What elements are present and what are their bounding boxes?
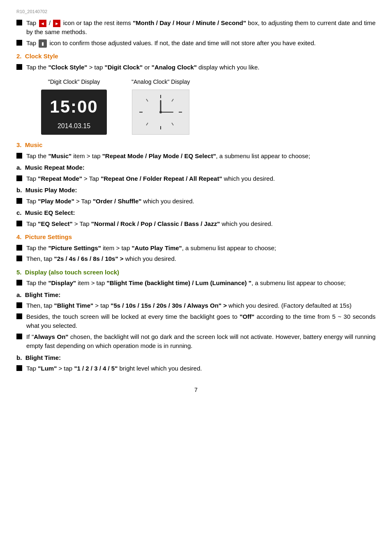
intro-bullet-1: Tap ◄ / ► icon or tap the rest items "Mo…: [16, 18, 376, 37]
s4-text-2: Then, tap "2s / 4s / 6s / 8s / 10s" > wh…: [26, 254, 376, 264]
s5a-text-3: If "Always On" chosen, the backlight wil…: [26, 332, 376, 351]
analog-clock-display: [132, 90, 189, 135]
s3c-bullet-icon: [16, 221, 22, 226]
s5a-title: a. Blight Time:: [16, 290, 376, 300]
s4-bullet-icon-2: [16, 256, 22, 261]
clock-displays-container: "Digit Clock" Display 15:00 2014.03.15 "…: [41, 78, 376, 135]
digit-clock-label: "Digit Clock" Display: [48, 78, 100, 86]
intro-text-1: Tap ◄ / ► icon or tap the rest items "Mo…: [26, 18, 376, 37]
left-arrow-icon: ◄: [39, 20, 46, 27]
s5b-bullet-1: Tap "Lum" > tap "1 / 2 / 3 / 4 / 5" brig…: [16, 364, 376, 373]
s3b-text: Tap "Play Mode" > Tap "Order / Shuffle" …: [26, 197, 376, 206]
analog-clock-label: "Analog Clock" Display: [131, 78, 190, 86]
svg-line-7: [172, 123, 173, 125]
section-picture-settings: 4. Picture Settings Tap the "Picture Set…: [16, 233, 376, 264]
s5a-bullet-icon-3: [16, 334, 22, 339]
s5b-text-1: Tap "Lum" > tap "1 / 2 / 3 / 4 / 5" brig…: [26, 364, 376, 373]
svg-line-5: [172, 99, 173, 101]
digit-clock-time: 15:00: [50, 94, 98, 120]
s5a-bullet-icon-1: [16, 302, 22, 308]
digit-clock-block: "Digit Clock" Display 15:00 2014.03.15: [41, 78, 107, 135]
digit-clock-display: 15:00 2014.03.15: [41, 90, 107, 135]
section3-title: 3. Music: [16, 140, 376, 150]
s3a-bullet-icon: [16, 175, 22, 181]
section-music: 3. Music Tap the "Music" item > tap "Rep…: [16, 140, 376, 228]
section4-title: 4. Picture Settings: [16, 233, 376, 242]
s3-bullet-icon: [16, 153, 22, 159]
s5a-text-2: Besides, the touch screen will be locked…: [26, 312, 376, 331]
s3c-text: Tap "EQ Select" > Tap "Normal / Rock / P…: [26, 219, 376, 229]
section5-title: 5. Display (also touch screen lock): [16, 268, 376, 277]
intro-section: Tap ◄ / ► icon or tap the rest items "Mo…: [16, 18, 376, 48]
section2-title: 2. Clock Style: [16, 52, 376, 61]
s3a-bullet: Tap "Repeat Mode" > Tap "Repeat One / Fo…: [16, 174, 376, 184]
s5b-title: b. Blight Time:: [16, 353, 376, 363]
svg-point-10: [159, 111, 162, 113]
s2-bullet-1: Tap the "Clock Style" > tap "Digit Clock…: [16, 63, 376, 72]
bullet-icon-2: [16, 40, 22, 46]
s3a-title: a. Music Repeat Mode:: [16, 163, 376, 173]
bullet-icon-1: [16, 20, 22, 25]
s3-bullet-1: Tap the "Music" item > tap "Repeat Mode …: [16, 152, 376, 161]
s5a-bullet-icon-2: [16, 313, 22, 319]
s3c-title: c. Music EQ Select:: [16, 208, 376, 218]
s5-bullet-icon-1: [16, 280, 22, 286]
s4-bullet-icon-1: [16, 245, 22, 251]
svg-line-4: [146, 99, 148, 101]
s4-bullet-1: Tap the "Picture Settings" item > tap "A…: [16, 244, 376, 253]
s5a-bullet-2: Besides, the touch screen will be locked…: [16, 312, 376, 331]
s3b-bullet-icon: [16, 198, 22, 204]
page-number: 7: [16, 386, 376, 394]
analog-clock-block: "Analog Clock" Display: [131, 78, 190, 135]
analog-clock-svg: [136, 92, 185, 133]
digit-clock-date: 2014.03.15: [58, 121, 90, 131]
s5-text-1: Tap the "Display" item > tap "Blight Tim…: [26, 279, 376, 288]
s5-bullet-1: Tap the "Display" item > tap "Blight Tim…: [16, 279, 376, 288]
s5a-bullet-1: Then, tap "Blight Time" > tap "5s / 10s …: [16, 301, 376, 311]
s2-bullet-icon: [16, 64, 22, 70]
s5a-bullet-3: If "Always On" chosen, the backlight wil…: [16, 332, 376, 351]
s3a-text: Tap "Repeat Mode" > Tap "Repeat One / Fo…: [26, 174, 376, 184]
section-clock-style: 2. Clock Style Tap the "Clock Style" > t…: [16, 52, 376, 135]
s3b-title: b. Music Play Mode:: [16, 186, 376, 195]
s3b-bullet: Tap "Play Mode" > Tap "Order / Shuffle" …: [16, 197, 376, 206]
confirm-icon: ▮: [39, 39, 47, 48]
intro-bullet-2: Tap ▮ icon to confirm those adjusted val…: [16, 39, 376, 48]
version-label: R10_20140702: [16, 8, 376, 15]
svg-line-6: [146, 123, 148, 125]
section-display: 5. Display (also touch screen lock) Tap …: [16, 268, 376, 373]
s5a-text-1: Then, tap "Blight Time" > tap "5s / 10s …: [26, 301, 376, 311]
s3c-bullet: Tap "EQ Select" > Tap "Normal / Rock / P…: [16, 219, 376, 229]
right-arrow-icon: ►: [53, 20, 60, 27]
s4-bullet-2: Then, tap "2s / 4s / 6s / 8s / 10s" > wh…: [16, 254, 376, 264]
s2-text-1: Tap the "Clock Style" > tap "Digit Clock…: [26, 63, 376, 72]
s4-text-1: Tap the "Picture Settings" item > tap "A…: [26, 244, 376, 253]
s5b-bullet-icon-1: [16, 365, 22, 371]
s3-text-1: Tap the "Music" item > tap "Repeat Mode …: [26, 152, 376, 161]
intro-text-2: Tap ▮ icon to confirm those adjusted val…: [26, 39, 376, 48]
